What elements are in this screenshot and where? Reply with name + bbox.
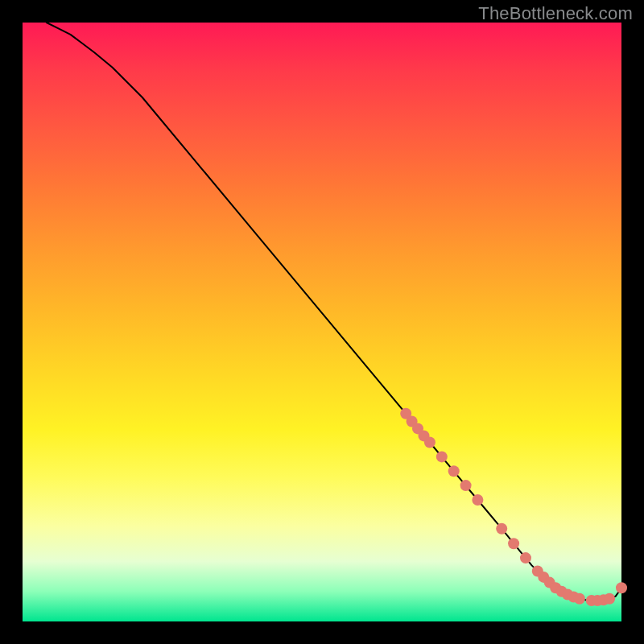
data-marker [460, 480, 472, 491]
data-marker [604, 593, 615, 605]
data-marker [616, 582, 627, 593]
data-marker [574, 593, 585, 605]
data-marker [508, 538, 519, 549]
data-marker [472, 494, 483, 506]
curve-line [47, 23, 621, 601]
data-marker [520, 552, 531, 564]
data-marker [496, 523, 507, 535]
chart-overlay [0, 0, 644, 644]
data-marker [436, 451, 448, 462]
marker-group [400, 408, 627, 606]
data-marker [448, 465, 460, 477]
data-marker [424, 437, 436, 448]
chart-stage: TheBottleneck.com [0, 0, 644, 644]
